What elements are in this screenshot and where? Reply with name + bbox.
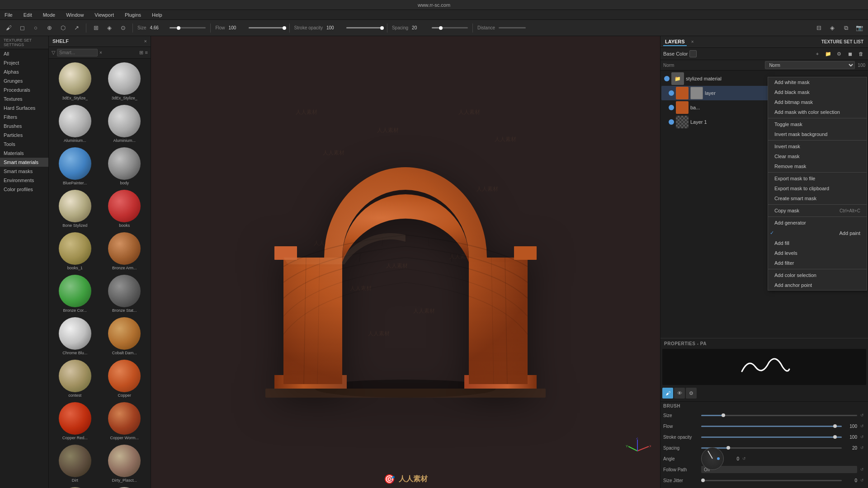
ctx-item-remove-mask[interactable]: Remove mask	[768, 161, 867, 171]
layers-panel-close[interactable]: ×	[689, 39, 696, 45]
shelf-item-12[interactable]: Chrome Blu...	[51, 315, 99, 357]
shelf-item-2[interactable]: Aluminium...	[51, 103, 99, 145]
menu-window[interactable]: Window	[64, 11, 85, 19]
menu-edit[interactable]: Edit	[22, 11, 34, 19]
left-nav-item-all[interactable]: All	[0, 49, 48, 58]
spacing-value[interactable]: 20	[412, 25, 428, 30]
stroke-opacity-slider[interactable]	[346, 27, 382, 28]
shelf-close-btn[interactable]: ×	[144, 38, 147, 44]
ctx-item-add-levels[interactable]: Add levels	[768, 248, 867, 258]
shelf-item-3[interactable]: Aluminium...	[100, 103, 149, 145]
ctx-item-add-bitmap-mask[interactable]: Add bitmap mask	[768, 97, 867, 107]
tool-select-icon[interactable]: ↗	[71, 23, 81, 33]
left-nav-item-materials[interactable]: Materials	[0, 149, 48, 158]
shelf-item-9[interactable]: Bronze Arm...	[100, 230, 149, 272]
shelf-item-15[interactable]: Copper	[100, 358, 149, 399]
ctx-item-add-black-mask[interactable]: Add black mask	[768, 87, 867, 97]
prop-tab-settings[interactable]: ⚙	[686, 388, 697, 399]
brush-size-jitter-reset[interactable]: ↺	[859, 477, 865, 483]
texture-set-list-tab[interactable]: TEXTURE SET LIST	[820, 38, 865, 45]
left-nav-item-grunges[interactable]: Grunges	[0, 76, 48, 85]
left-nav-item-hard-surfaces[interactable]: Hard Surfaces	[0, 103, 48, 113]
tool-measure-icon[interactable]: ⊙	[118, 23, 128, 33]
left-nav-item-smart-materials[interactable]: Smart materials	[0, 158, 48, 167]
tool-erase-icon[interactable]: ◻	[17, 23, 27, 33]
ctx-item-clear-mask[interactable]: Clear mask	[768, 151, 867, 161]
brush-stroke-opacity-reset[interactable]: ↺	[859, 434, 865, 440]
left-nav-item-alphas[interactable]: Alphas	[0, 67, 48, 76]
stroke-opacity-value[interactable]: 100	[326, 25, 343, 30]
brush-angle-dial[interactable]	[701, 447, 724, 470]
ctx-item-add-anchor-point[interactable]: Add anchor point	[768, 280, 867, 290]
prop-tab-paint[interactable]: 🖌	[662, 388, 673, 399]
left-nav-item-tools[interactable]: Tools	[0, 140, 48, 149]
brush-flow-reset[interactable]: ↺	[859, 423, 865, 429]
brush-angle-reset[interactable]: ↺	[741, 455, 747, 462]
brush-size-jitter-slider[interactable]	[701, 480, 842, 481]
flow-slider[interactable]	[249, 27, 285, 28]
left-nav-item-procedurals[interactable]: Procedurals	[0, 85, 48, 94]
shelf-item-5[interactable]: body	[100, 145, 149, 187]
layer-mask-btn[interactable]: ◼	[845, 49, 854, 58]
menu-mode[interactable]: Mode	[41, 11, 57, 19]
layer-add-btn[interactable]: +	[813, 49, 822, 58]
brush-spacing-reset[interactable]: ↺	[859, 445, 865, 451]
ctx-item-invert-mask-background[interactable]: Invert mask background	[768, 129, 867, 139]
left-nav-item-environments[interactable]: Environments	[0, 176, 48, 185]
shelf-item-6[interactable]: Bone Stylized	[51, 188, 99, 230]
brush-spacing-slider[interactable]	[701, 447, 842, 449]
viewport[interactable]: 人人素材 人人素材 人人素材 人人素材 人人素材 人人素材 人人素材 人人素材 …	[151, 36, 660, 488]
layer-vis-1[interactable]	[669, 119, 674, 125]
left-nav-item-color-profiles[interactable]: Color profiles	[0, 185, 48, 194]
tool-paint-icon[interactable]: 🖌	[4, 23, 14, 33]
brush-flow-slider[interactable]	[701, 426, 842, 427]
ctx-item-add-filter[interactable]: Add filter	[768, 258, 867, 268]
shelf-item-20[interactable]: Dust	[51, 485, 99, 488]
shelf-search-input[interactable]	[57, 49, 98, 56]
spacing-slider[interactable]	[432, 27, 468, 28]
shelf-item-16[interactable]: Copper Red...	[51, 400, 99, 442]
ctx-item-create-smart-mask[interactable]: Create smart mask	[768, 193, 867, 203]
left-nav-item-filters[interactable]: Filters	[0, 113, 48, 122]
shelf-item-1[interactable]: 3dEx_Stylize_	[100, 61, 149, 102]
shelf-item-11[interactable]: Bronze Stat...	[100, 273, 149, 314]
prop-tab-eye[interactable]: 👁	[674, 388, 685, 399]
shelf-item-17[interactable]: Copper Worm...	[100, 400, 149, 442]
menu-file[interactable]: File	[3, 11, 14, 19]
tool-fill-icon[interactable]: ⬡	[58, 23, 68, 33]
shelf-item-10[interactable]: Bronze Cor...	[51, 273, 99, 314]
shelf-item-21[interactable]: Fabric Base...	[100, 485, 149, 488]
layer-effects-btn[interactable]: ⚙	[835, 49, 844, 58]
left-nav-item-smart-masks[interactable]: Smart masks	[0, 167, 48, 176]
view-3d-icon[interactable]: ◈	[827, 23, 837, 33]
view-both-icon[interactable]: ⧉	[841, 23, 851, 33]
ctx-item-add-mask-with-color-selection[interactable]: Add mask with color selection	[768, 107, 867, 117]
ctx-item-export-mask-to-clipboard[interactable]: Export mask to clipboard	[768, 183, 867, 193]
brush-stroke-opacity-slider[interactable]	[701, 436, 842, 438]
tool-transform-icon[interactable]: ⊞	[91, 23, 101, 33]
shelf-item-18[interactable]: Dirt	[51, 443, 99, 484]
ctx-item-add-color-selection[interactable]: Add color selection	[768, 270, 867, 280]
ctx-item-toggle-mask[interactable]: Toggle mask	[768, 119, 867, 129]
menu-help[interactable]: Help	[150, 11, 164, 19]
shelf-filter-icon[interactable]: ▽	[52, 50, 55, 56]
layer-mask-thumb-main[interactable]	[690, 87, 703, 99]
shelf-item-13[interactable]: Cobalt Dam...	[100, 315, 149, 357]
brush-size-slider[interactable]	[701, 415, 857, 416]
shelf-item-0[interactable]: 3dEx_Stylize_	[51, 61, 99, 102]
shelf-item-8[interactable]: books_1	[51, 230, 99, 272]
shelf-list-view-icon[interactable]: ≡	[145, 50, 148, 55]
shelf-item-7[interactable]: books	[100, 188, 149, 230]
ctx-item-copy-mask[interactable]: Copy maskCtrl+Alt+C	[768, 206, 867, 216]
size-slider[interactable]	[170, 27, 206, 28]
layer-vis-ba[interactable]	[669, 105, 674, 110]
camera-icon[interactable]: 📷	[854, 23, 864, 33]
shelf-item-14[interactable]: contest	[51, 358, 99, 399]
layers-tab[interactable]: LAYERS	[663, 38, 687, 46]
layer-folder-btn[interactable]: 📁	[824, 49, 833, 58]
menu-viewport[interactable]: Viewport	[93, 11, 116, 19]
view-2d-icon[interactable]: ⊟	[814, 23, 824, 33]
left-nav-item-particles[interactable]: Particles	[0, 131, 48, 140]
tool-smudge-icon[interactable]: ○	[31, 23, 41, 33]
brush-size-reset[interactable]: ↺	[859, 412, 865, 418]
